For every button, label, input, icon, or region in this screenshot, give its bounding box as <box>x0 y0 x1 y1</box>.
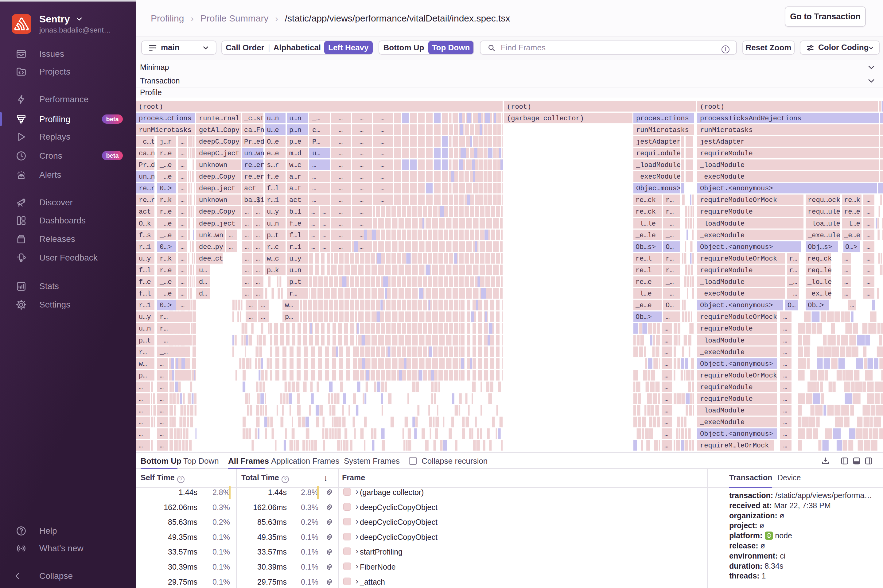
svg-text:processTicksAndRejections: processTicksAndRejections <box>700 115 801 123</box>
svg-text:_l…e: _l…e <box>635 290 652 298</box>
svg-text:…: … <box>359 138 363 146</box>
svg-text:u…y: u…y <box>267 208 279 216</box>
svg-text:u…: u… <box>199 267 207 274</box>
svg-text:…: … <box>180 290 185 298</box>
svg-text:w…c: w…c <box>289 161 302 169</box>
svg-text:_e…le: _e…le <box>635 232 656 239</box>
svg-text:p…: p… <box>139 372 147 380</box>
svg-text:re…er: re…er <box>244 161 264 169</box>
svg-text:O…>: O…> <box>845 243 857 251</box>
svg-text:jestAdapter: jestAdapter <box>700 138 745 146</box>
svg-text:…: … <box>160 384 164 391</box>
svg-text:_…: _… <box>665 232 674 239</box>
svg-text:_loadModule: _loadModule <box>636 161 681 169</box>
svg-text:…: … <box>311 232 315 239</box>
svg-text:_loadModule: _loadModule <box>700 337 745 345</box>
svg-text:ca…n: ca…n <box>139 150 155 158</box>
svg-text:deep…ject: deep…ject <box>199 220 236 228</box>
svg-text:…: … <box>245 232 249 239</box>
svg-text:_…e: _…e <box>159 173 172 181</box>
svg-text:runTe…rnal: runTe…rnal <box>199 115 239 123</box>
svg-text:(root): (root) <box>507 103 531 111</box>
svg-text:…: … <box>844 290 848 298</box>
svg-text:Object.<anonymous>: Object.<anonymous> <box>700 360 773 368</box>
svg-text:…: … <box>380 115 384 123</box>
svg-text:…: … <box>339 173 342 181</box>
svg-text:r…e: r…e <box>160 267 172 274</box>
svg-text:…: … <box>139 418 143 426</box>
svg-text:_…e: _…e <box>159 278 172 286</box>
svg-text:…: … <box>245 267 249 274</box>
svg-text:a…t: a…t <box>289 185 302 192</box>
svg-text:O…k: O…k <box>139 220 151 228</box>
svg-text:…: … <box>139 395 143 403</box>
svg-text:0…>: 0…> <box>160 302 172 309</box>
svg-text:…: … <box>180 302 185 309</box>
svg-text:…: … <box>160 418 164 426</box>
svg-text:_…: _… <box>665 278 674 286</box>
svg-text:u…: u… <box>312 150 320 158</box>
svg-text:_…e: _…e <box>159 232 172 239</box>
svg-text:O…e: O…e <box>267 138 279 146</box>
svg-text:requireModuleOrMock: requireModuleOrMock <box>700 196 777 204</box>
svg-text:p…e: p…e <box>289 138 302 146</box>
svg-text:…: … <box>380 196 384 204</box>
svg-text:r…: r… <box>160 325 168 333</box>
svg-text:…: … <box>311 208 315 216</box>
svg-text:u…e: u…e <box>267 126 279 134</box>
svg-text:u…n: u…n <box>289 115 302 123</box>
svg-text:0…>: 0…> <box>160 243 172 251</box>
svg-text:…: … <box>180 150 185 158</box>
svg-text:_c…t: _c…t <box>138 138 155 146</box>
svg-text:…: … <box>359 196 363 204</box>
svg-text:…: … <box>160 360 164 368</box>
svg-text:Ob…s>: Ob…s> <box>635 243 656 251</box>
svg-text:…: … <box>359 150 363 158</box>
svg-text:…: … <box>844 255 848 263</box>
svg-text:(root): (root) <box>139 103 163 111</box>
svg-text:…: … <box>380 138 384 146</box>
svg-text:…: … <box>339 161 342 169</box>
svg-text:b…1: b…1 <box>289 208 302 216</box>
svg-text:(root): (root) <box>700 103 724 111</box>
svg-text:P…: P… <box>312 138 320 146</box>
svg-text:_execModule: _execModule <box>700 232 745 239</box>
svg-text:Objec…mous>: Objec…mous> <box>636 185 681 192</box>
svg-text:…: … <box>139 384 143 391</box>
svg-text:Ob…>: Ob…> <box>808 302 824 309</box>
svg-text:…: … <box>866 278 870 286</box>
svg-text:…: … <box>359 161 363 169</box>
svg-text:…: … <box>664 407 668 415</box>
svg-text:_e…e: _e…e <box>844 232 860 239</box>
svg-text:unknown: unknown <box>199 196 227 204</box>
svg-text:…: … <box>139 430 143 438</box>
svg-text:…: … <box>783 337 787 345</box>
svg-text:…: … <box>322 232 326 239</box>
svg-text:…: … <box>160 395 164 403</box>
svg-text:requireModuleOrMock: requireModuleOrMock <box>700 255 777 263</box>
svg-text:requireModuleOrMock: requireModuleOrMock <box>700 314 777 321</box>
svg-text:…: … <box>664 325 668 333</box>
svg-text:r…1: r…1 <box>289 243 302 251</box>
svg-text:f…l: f…l <box>139 267 151 274</box>
svg-text:…: … <box>866 208 870 216</box>
svg-text:…: … <box>866 196 870 204</box>
svg-text:_…: _… <box>159 337 168 345</box>
svg-text:…: … <box>322 220 326 228</box>
svg-text:…: … <box>312 196 316 204</box>
svg-text:ca…Fn: ca…Fn <box>244 126 264 134</box>
svg-text:f…l: f…l <box>289 232 302 239</box>
svg-text:…: … <box>664 360 668 368</box>
svg-text:requireModule: requireModule <box>700 325 753 333</box>
svg-text:…: … <box>180 220 185 228</box>
svg-text:…: … <box>666 314 670 321</box>
svg-text:s…r: s…r <box>267 161 279 169</box>
svg-text:p…: p… <box>285 314 293 321</box>
svg-text:…: … <box>256 290 260 298</box>
svg-text:…: … <box>229 232 233 239</box>
svg-text:_l…le: _l…le <box>635 220 656 228</box>
svg-text:…: … <box>245 290 249 298</box>
svg-text:proces…ctions: proces…ctions <box>139 115 192 123</box>
svg-text:…: … <box>180 278 185 286</box>
svg-text:…: … <box>380 150 384 158</box>
